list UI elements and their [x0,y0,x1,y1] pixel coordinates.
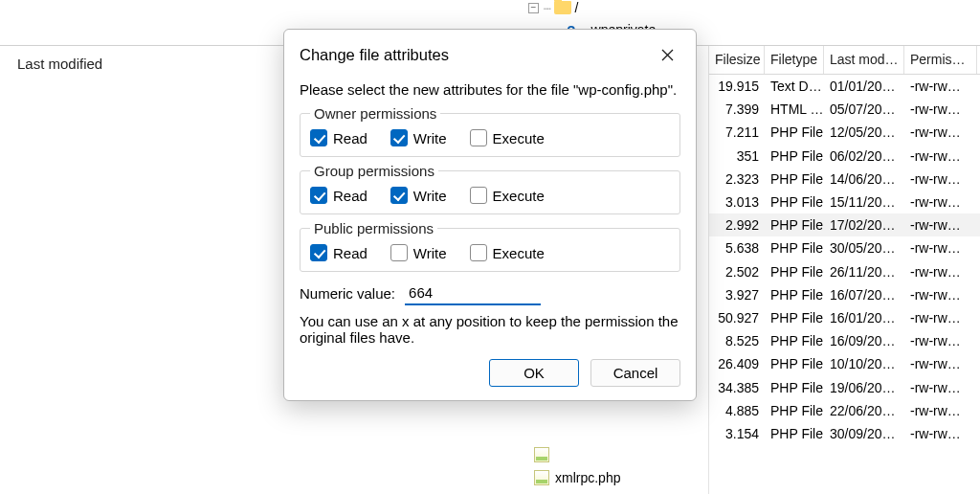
cell-size: 5.638 [709,240,765,256]
table-row[interactable]: 7.211PHP File12/05/20…-rw-rw… [709,121,980,144]
table-row[interactable]: 2.323PHP File14/06/20…-rw-rw… [709,168,980,191]
cell-date: 16/09/20… [824,333,904,348]
owner-read-checkbox[interactable]: Read [310,129,368,146]
table-row[interactable]: 2.502PHP File26/11/20…-rw-rw… [709,260,980,283]
public-write-checkbox[interactable]: Write [390,244,447,261]
cell-perm: -rw-rw… [904,356,977,371]
cell-type: PHP File [765,380,824,395]
header-permissions[interactable]: Permis… [904,46,977,74]
ok-button[interactable]: OK [489,359,579,387]
cell-size: 3.013 [709,194,765,210]
header-filetype[interactable]: Filetype [765,46,824,74]
cell-size: 2.502 [709,264,765,280]
cell-perm: -rw-rw… [904,148,977,164]
close-button[interactable] [654,41,680,68]
owner-permissions-group: Owner permissions Read Write Execute [300,105,680,157]
checkbox-unchecked-icon [470,244,487,261]
table-row[interactable]: 2.992PHP File17/02/20…-rw-rw… [709,213,980,236]
list-item[interactable] [534,447,555,462]
php-file-icon [534,470,549,485]
cell-type: Text D… [765,79,824,94]
table-row[interactable]: 8.525PHP File16/09/20…-rw-rw… [709,329,980,352]
cell-date: 30/09/20… [824,426,904,441]
cancel-button[interactable]: Cancel [590,359,680,387]
cell-perm: -rw-rw… [904,79,977,94]
checkbox-label: Write [413,130,447,146]
table-row[interactable]: 3.013PHP File15/11/20…-rw-rw… [709,191,980,213]
owner-write-checkbox[interactable]: Write [390,129,447,146]
table-row[interactable]: 7.399HTML …05/07/20…-rw-rw… [709,98,980,121]
public-execute-checkbox[interactable]: Execute [470,244,545,261]
numeric-value-input[interactable] [405,281,541,305]
php-file-icon [534,447,549,462]
cell-date: 19/06/20… [824,380,904,395]
cell-perm: -rw-rw… [904,380,977,395]
cell-type: PHP File [765,426,824,441]
checkbox-checked-icon [310,187,327,204]
table-row[interactable]: 351PHP File06/02/20…-rw-rw… [709,145,980,168]
cell-type: PHP File [765,217,824,233]
group-permissions-group: Group permissions Read Write Execute [300,163,680,214]
checkbox-label: Read [333,130,368,146]
table-row[interactable]: 19.915Text D…01/01/20…-rw-rw… [709,75,980,98]
tree-root-label: / [575,0,579,15]
cell-date: 26/11/20… [824,264,904,280]
public-legend: Public permissions [310,220,437,236]
cell-type: PHP File [765,403,824,418]
numeric-value-label: Numeric value: [300,285,395,302]
public-permissions-group: Public permissions Read Write Execute [300,220,680,272]
dialog-message: Please select the new attributes for the… [300,81,680,98]
checkbox-checked-icon [390,129,408,146]
checkbox-checked-icon [390,187,408,204]
group-write-checkbox[interactable]: Write [390,187,447,204]
cell-type: PHP File [765,124,824,140]
cell-type: PHP File [765,194,824,210]
cell-date: 10/10/20… [824,356,904,371]
cell-perm: -rw-rw… [904,171,977,187]
remote-file-list: Filesize Filetype Last mod… Permis… 19.9… [708,46,980,494]
cell-size: 8.525 [709,333,765,348]
cell-date: 06/02/20… [824,148,904,164]
checkbox-label: Read [333,245,368,261]
table-row[interactable]: 50.927PHP File16/01/20…-rw-rw… [709,306,980,329]
cell-perm: -rw-rw… [904,333,977,348]
owner-execute-checkbox[interactable]: Execute [470,129,545,146]
cell-type: PHP File [765,171,824,187]
checkbox-label: Write [413,188,447,204]
group-read-checkbox[interactable]: Read [310,187,368,204]
table-row[interactable]: 5.638PHP File30/05/20…-rw-rw… [709,236,980,259]
header-filesize[interactable]: Filesize [709,46,765,74]
dialog-titlebar: Change file attributes [284,30,696,72]
tree-root[interactable]: − ···· / [528,0,578,15]
checkbox-label: Execute [493,188,545,204]
checkbox-label: Read [333,188,368,204]
cell-perm: -rw-rw… [904,194,977,210]
cell-perm: -rw-rw… [904,287,977,303]
cell-date: 16/07/20… [824,287,904,303]
checkbox-label: Write [413,245,447,261]
header-lastmod[interactable]: Last mod… [824,46,904,74]
cell-date: 16/01/20… [824,310,904,326]
collapse-icon[interactable]: − [528,3,539,13]
cell-perm: -rw-rw… [904,264,977,280]
table-row[interactable]: 4.885PHP File22/06/20…-rw-rw… [709,399,980,422]
cell-size: 3.927 [709,287,765,303]
cell-date: 15/11/20… [824,194,904,210]
table-row[interactable]: 3.154PHP File30/09/20…-rw-rw… [709,422,980,445]
group-execute-checkbox[interactable]: Execute [470,187,545,204]
cell-perm: -rw-rw… [904,124,977,140]
table-row[interactable]: 26.409PHP File10/10/20…-rw-rw… [709,352,980,375]
public-read-checkbox[interactable]: Read [310,244,368,261]
left-column-last-modified[interactable]: Last modified [17,56,102,72]
cell-size: 2.992 [709,217,765,233]
table-row[interactable]: 3.927PHP File16/07/20…-rw-rw… [709,283,980,306]
cell-date: 01/01/20… [824,79,904,94]
cell-size: 50.927 [709,310,765,326]
table-row[interactable]: 34.385PHP File19/06/20…-rw-rw… [709,375,980,398]
cell-size: 2.323 [709,171,765,187]
cell-type: PHP File [765,333,824,348]
checkbox-checked-icon [310,129,327,146]
cell-type: PHP File [765,310,824,326]
list-item[interactable]: xmlrpc.php [534,470,620,485]
cell-date: 30/05/20… [824,240,904,256]
